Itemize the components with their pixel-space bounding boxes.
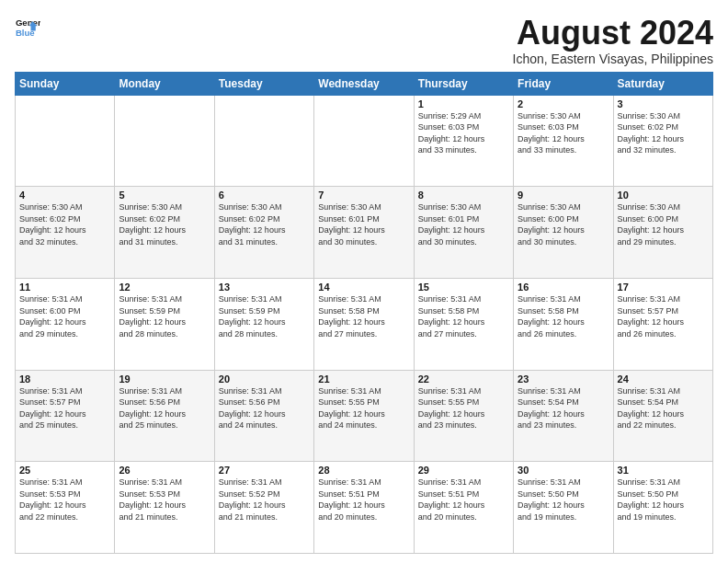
page: General Blue August 2024 Ichon, Eastern … [0,0,728,563]
calendar-cell [115,95,214,187]
calendar-cell: 14Sunrise: 5:31 AM Sunset: 5:58 PM Dayli… [314,278,414,370]
day-info: Sunrise: 5:30 AM Sunset: 6:02 PM Dayligh… [219,201,310,247]
calendar-cell: 26Sunrise: 5:31 AM Sunset: 5:53 PM Dayli… [115,462,214,554]
day-number: 7 [318,190,409,201]
day-number: 20 [219,373,310,385]
day-number: 15 [418,282,509,293]
day-number: 2 [518,98,609,109]
day-info: Sunrise: 5:31 AM Sunset: 6:00 PM Dayligh… [19,293,110,339]
day-number: 27 [219,465,310,476]
calendar-cell: 21Sunrise: 5:31 AM Sunset: 5:55 PM Dayli… [314,370,414,462]
day-info: Sunrise: 5:31 AM Sunset: 5:59 PM Dayligh… [119,293,210,339]
day-info: Sunrise: 5:30 AM Sunset: 6:02 PM Dayligh… [119,201,210,247]
calendar-week-3: 18Sunrise: 5:31 AM Sunset: 5:57 PM Dayli… [16,370,713,462]
calendar-header-monday: Monday [115,72,214,95]
logo-icon: General Blue [15,15,40,40]
day-number: 22 [418,373,509,385]
calendar-cell: 20Sunrise: 5:31 AM Sunset: 5:56 PM Dayli… [214,370,313,462]
day-info: Sunrise: 5:31 AM Sunset: 5:53 PM Dayligh… [19,477,110,523]
day-number: 8 [418,190,509,201]
day-number: 29 [418,465,509,476]
day-info: Sunrise: 5:31 AM Sunset: 5:51 PM Dayligh… [418,477,509,523]
calendar-week-2: 11Sunrise: 5:31 AM Sunset: 6:00 PM Dayli… [16,278,713,370]
calendar-cell: 29Sunrise: 5:31 AM Sunset: 5:51 PM Dayli… [414,462,513,554]
calendar-header-saturday: Saturday [613,72,712,95]
day-info: Sunrise: 5:31 AM Sunset: 5:54 PM Dayligh… [518,385,609,431]
day-number: 14 [318,282,409,293]
calendar-cell: 23Sunrise: 5:31 AM Sunset: 5:54 PM Dayli… [514,370,613,462]
calendar-cell: 12Sunrise: 5:31 AM Sunset: 5:59 PM Dayli… [115,278,214,370]
calendar-cell: 16Sunrise: 5:31 AM Sunset: 5:58 PM Dayli… [514,278,613,370]
day-info: Sunrise: 5:31 AM Sunset: 5:50 PM Dayligh… [518,477,609,523]
day-info: Sunrise: 5:30 AM Sunset: 6:03 PM Dayligh… [518,110,609,156]
day-info: Sunrise: 5:31 AM Sunset: 5:56 PM Dayligh… [119,385,210,431]
day-info: Sunrise: 5:30 AM Sunset: 6:01 PM Dayligh… [318,201,409,247]
day-number: 1 [418,98,509,109]
day-number: 3 [618,98,709,109]
calendar-cell: 19Sunrise: 5:31 AM Sunset: 5:56 PM Dayli… [115,370,214,462]
day-number: 25 [19,465,110,476]
day-info: Sunrise: 5:31 AM Sunset: 5:57 PM Dayligh… [19,385,110,431]
calendar-cell: 31Sunrise: 5:31 AM Sunset: 5:50 PM Dayli… [613,462,712,554]
day-info: Sunrise: 5:30 AM Sunset: 6:00 PM Dayligh… [518,201,609,247]
day-number: 5 [119,190,210,201]
day-number: 21 [318,373,409,385]
day-number: 11 [19,282,110,293]
calendar-header-thursday: Thursday [414,72,513,95]
day-number: 12 [119,282,210,293]
calendar-cell: 17Sunrise: 5:31 AM Sunset: 5:57 PM Dayli… [613,278,712,370]
day-number: 16 [518,282,609,293]
calendar-cell: 10Sunrise: 5:30 AM Sunset: 6:00 PM Dayli… [613,187,712,279]
calendar-cell [16,95,115,187]
calendar-week-4: 25Sunrise: 5:31 AM Sunset: 5:53 PM Dayli… [16,462,713,554]
day-number: 23 [518,373,609,385]
day-info: Sunrise: 5:30 AM Sunset: 6:00 PM Dayligh… [618,201,709,247]
calendar-cell: 28Sunrise: 5:31 AM Sunset: 5:51 PM Dayli… [314,462,414,554]
calendar-table: SundayMondayTuesdayWednesdayThursdayFrid… [15,72,713,554]
day-info: Sunrise: 5:31 AM Sunset: 5:53 PM Dayligh… [119,477,210,523]
calendar-cell: 1Sunrise: 5:29 AM Sunset: 6:03 PM Daylig… [414,95,513,187]
day-number: 24 [618,373,709,385]
calendar-cell: 3Sunrise: 5:30 AM Sunset: 6:02 PM Daylig… [613,95,712,187]
day-number: 17 [618,282,709,293]
calendar-cell: 11Sunrise: 5:31 AM Sunset: 6:00 PM Dayli… [16,278,115,370]
day-info: Sunrise: 5:31 AM Sunset: 5:58 PM Dayligh… [518,293,609,339]
calendar-cell: 27Sunrise: 5:31 AM Sunset: 5:52 PM Dayli… [214,462,313,554]
header: General Blue August 2024 Ichon, Eastern … [15,15,713,66]
day-info: Sunrise: 5:31 AM Sunset: 5:56 PM Dayligh… [219,385,310,431]
day-info: Sunrise: 5:31 AM Sunset: 5:54 PM Dayligh… [618,385,709,431]
calendar-cell: 9Sunrise: 5:30 AM Sunset: 6:00 PM Daylig… [514,187,613,279]
day-number: 26 [119,465,210,476]
day-info: Sunrise: 5:30 AM Sunset: 6:02 PM Dayligh… [618,110,709,156]
day-info: Sunrise: 5:31 AM Sunset: 5:57 PM Dayligh… [618,293,709,339]
day-number: 30 [518,465,609,476]
calendar-week-1: 4Sunrise: 5:30 AM Sunset: 6:02 PM Daylig… [16,187,713,279]
calendar-cell: 6Sunrise: 5:30 AM Sunset: 6:02 PM Daylig… [214,187,313,279]
day-info: Sunrise: 5:29 AM Sunset: 6:03 PM Dayligh… [418,110,509,156]
day-number: 18 [19,373,110,385]
calendar-cell: 7Sunrise: 5:30 AM Sunset: 6:01 PM Daylig… [314,187,414,279]
calendar-cell: 22Sunrise: 5:31 AM Sunset: 5:55 PM Dayli… [414,370,513,462]
calendar-cell: 5Sunrise: 5:30 AM Sunset: 6:02 PM Daylig… [115,187,214,279]
day-info: Sunrise: 5:31 AM Sunset: 5:59 PM Dayligh… [219,293,310,339]
day-info: Sunrise: 5:31 AM Sunset: 5:55 PM Dayligh… [418,385,509,431]
calendar-header-row: SundayMondayTuesdayWednesdayThursdayFrid… [16,72,713,95]
calendar-cell: 24Sunrise: 5:31 AM Sunset: 5:54 PM Dayli… [613,370,712,462]
calendar-cell: 25Sunrise: 5:31 AM Sunset: 5:53 PM Dayli… [16,462,115,554]
calendar-cell: 8Sunrise: 5:30 AM Sunset: 6:01 PM Daylig… [414,187,513,279]
calendar-header-wednesday: Wednesday [314,72,414,95]
day-number: 19 [119,373,210,385]
calendar-cell [314,95,414,187]
calendar-cell: 30Sunrise: 5:31 AM Sunset: 5:50 PM Dayli… [514,462,613,554]
day-info: Sunrise: 5:31 AM Sunset: 5:51 PM Dayligh… [318,477,409,523]
day-number: 6 [219,190,310,201]
calendar-cell [214,95,313,187]
calendar-cell: 13Sunrise: 5:31 AM Sunset: 5:59 PM Dayli… [214,278,313,370]
day-info: Sunrise: 5:31 AM Sunset: 5:58 PM Dayligh… [318,293,409,339]
calendar-header-friday: Friday [514,72,613,95]
subtitle: Ichon, Eastern Visayas, Philippines [513,52,713,66]
calendar-header-sunday: Sunday [16,72,115,95]
calendar-cell: 2Sunrise: 5:30 AM Sunset: 6:03 PM Daylig… [514,95,613,187]
main-title: August 2024 [513,15,713,52]
day-info: Sunrise: 5:31 AM Sunset: 5:58 PM Dayligh… [418,293,509,339]
